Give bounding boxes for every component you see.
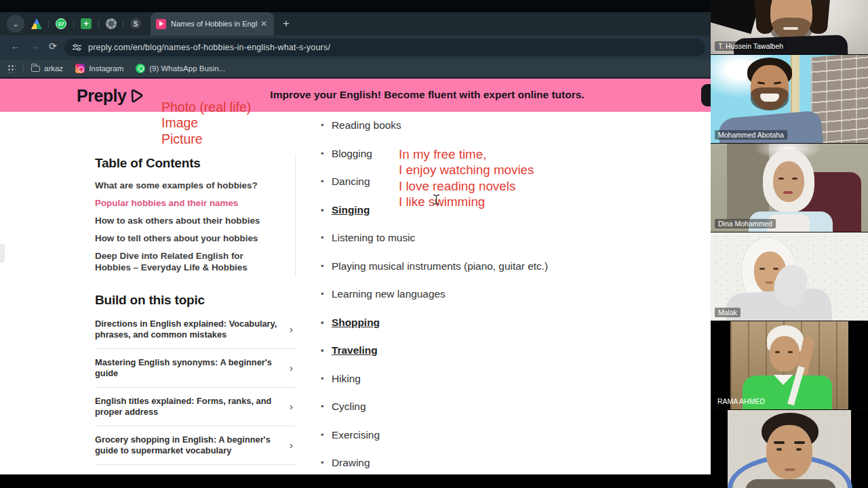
preply-logo-icon [129, 87, 145, 105]
person-mouth [783, 191, 793, 194]
annotation-photo: Photo (real life) Image Picture [161, 100, 251, 147]
toc-link[interactable]: Deep Dive into Related English for Hobbi… [95, 250, 258, 273]
participant-name: Mohammed Abotaha [715, 130, 787, 140]
tab-separator [73, 20, 74, 28]
active-tab[interactable]: Names of Hobbies in English: Li ✕ [151, 12, 274, 35]
person-eye [778, 178, 784, 180]
bookmarks-bar: arkaz Instagram (9) WhatsApp Busin... [0, 60, 711, 79]
related-article-link[interactable]: Grocery shopping in English: A beginner'… [95, 434, 296, 465]
chevron-right-icon: › [290, 440, 293, 451]
new-tab-button[interactable]: + [278, 16, 294, 32]
bookmark-label: arkaz [44, 64, 63, 73]
related-article-link[interactable]: Directions in English explained: Vocabul… [95, 319, 296, 349]
toc-heading: Table of Contents [95, 156, 298, 171]
hobby-item-emphasized: Traveling [321, 344, 633, 357]
tab-close-icon[interactable]: ✕ [260, 19, 267, 28]
folder-icon [31, 66, 40, 72]
participant-video[interactable]: RAMA AHMED [711, 321, 868, 409]
back-icon[interactable]: ← [11, 41, 20, 52]
person-eye [792, 178, 797, 180]
person-mouth [783, 27, 798, 30]
url-text[interactable]: preply.com/en/blog/names-of-hobbies-in-e… [88, 43, 330, 52]
reload-icon[interactable]: ⟳ [49, 41, 57, 52]
whatsapp-pinned-tab-icon[interactable]: 37 [56, 18, 66, 29]
annotation-line: I love reading novels [399, 179, 515, 193]
bookmark-arkaz[interactable]: arkaz [31, 64, 63, 73]
person-face [766, 425, 812, 479]
window-top-strip [0, 0, 711, 12]
person-eye [788, 351, 793, 353]
toc-link-active[interactable]: Popular hobbies and their names [95, 197, 298, 209]
participant-video[interactable]: Malak [711, 232, 868, 321]
green-plus-pinned-tab-icon[interactable]: + [81, 18, 92, 29]
bookmark-whatsapp[interactable]: (9) WhatsApp Busin... [136, 64, 225, 73]
tab-separator [98, 20, 99, 28]
toc-link[interactable]: What are some examples of hobbies? [95, 180, 298, 191]
person-mouth [785, 468, 795, 471]
tab-search-button[interactable]: ⌄ [7, 15, 24, 33]
participant-video[interactable]: Dina Mohammed [711, 144, 868, 232]
hobby-item: Drawing [321, 457, 633, 469]
screen: ⌄ 37 + S Names of Hobbies in English: Li… [0, 0, 868, 488]
article-page: Table of Contents What are some examples… [0, 112, 711, 474]
related-article-label: English titles explained: Forms, ranks, … [95, 396, 271, 417]
participant-name: Malak [715, 308, 741, 317]
chevron-right-icon: › [290, 324, 293, 335]
preply-logo[interactable]: Preply [77, 86, 145, 106]
annotation-line: I like swimming [399, 195, 485, 209]
person-eyebrow [774, 441, 785, 444]
participant-video[interactable]: Morad Alsaifan [711, 410, 868, 488]
hobby-item: Reading books [321, 119, 633, 131]
annotation-line: Photo (real life) [161, 100, 251, 115]
participant-name: Dina Mohammed [715, 219, 776, 228]
text-cursor [432, 194, 441, 205]
person-eye [775, 351, 780, 353]
person-eye [796, 448, 802, 451]
tab-bar: ⌄ 37 + S Names of Hobbies in English: Li… [0, 12, 711, 35]
site-info-icon[interactable] [73, 43, 81, 52]
page-edge-widget[interactable] [0, 244, 5, 263]
tab-separator [48, 20, 49, 28]
person-eye [776, 448, 782, 451]
person-eye [760, 268, 765, 270]
toc-link[interactable]: How to tell others about your hobbies [95, 232, 298, 244]
related-article-label: Mastering English synonyms: A beginner's… [95, 357, 272, 378]
hobby-item: Hiking [321, 373, 633, 385]
person-eye [773, 268, 778, 270]
instagram-icon [75, 64, 85, 73]
hobby-item: Cycling [321, 401, 633, 413]
related-article-link[interactable]: English titles explained: Forms, ranks, … [95, 396, 296, 426]
gear-pinned-tab-icon[interactable] [106, 18, 117, 29]
bookmark-instagram[interactable]: Instagram [75, 64, 123, 73]
s-pinned-tab-icon[interactable]: S [130, 18, 141, 29]
related-article-link[interactable]: Mastering English synonyms: A beginner's… [95, 357, 296, 388]
hobby-item: Exercising [321, 429, 633, 441]
annotation-free-time: In my free time, I enjoy watching movies… [399, 146, 534, 209]
participant-video[interactable]: T. Hussein Tawalbeh [711, 0, 868, 54]
participant-video[interactable]: Mohammed Abotaha [711, 55, 868, 143]
participant-name: T. Hussein Tawalbeh [715, 41, 787, 51]
annotation-line: In my free time, [399, 147, 486, 161]
preply-favicon [156, 19, 166, 29]
build-heading: Build on this topic [95, 293, 296, 308]
google-drive-pinned-tab-icon[interactable] [31, 18, 42, 29]
tab-separator [123, 20, 123, 28]
video-call-sidebar: T. Hussein Tawalbeh Mohammed Abotaha [711, 0, 868, 488]
browser-window: ⌄ 37 + S Names of Hobbies in English: Li… [0, 0, 711, 488]
hobby-item: Listening to music [321, 232, 633, 244]
participant-name: RAMA AHMED [714, 396, 768, 406]
toc-divider [295, 154, 296, 277]
related-article-label: Grocery shopping in English: A beginner'… [95, 434, 271, 455]
annotation-line: I enjoy watching movies [399, 163, 534, 177]
toc-link[interactable]: How to ask others about their hobbies [95, 215, 298, 226]
build-on-topic: Build on this topic Directions in Englis… [95, 293, 296, 488]
apps-grid-icon[interactable] [7, 64, 16, 73]
person-eyebrow [794, 441, 805, 444]
hobby-item-emphasized: Shopping [321, 317, 633, 329]
bookmarks-separator [23, 64, 24, 73]
toolbar: ← → ⟳ preply.com/en/blog/names-of-hobbie… [0, 35, 711, 60]
address-bar[interactable]: preply.com/en/blog/names-of-hobbies-in-e… [64, 39, 705, 56]
portrait-video [728, 410, 851, 488]
annotation-line: Image [161, 115, 198, 130]
forward-icon[interactable]: → [30, 41, 39, 52]
